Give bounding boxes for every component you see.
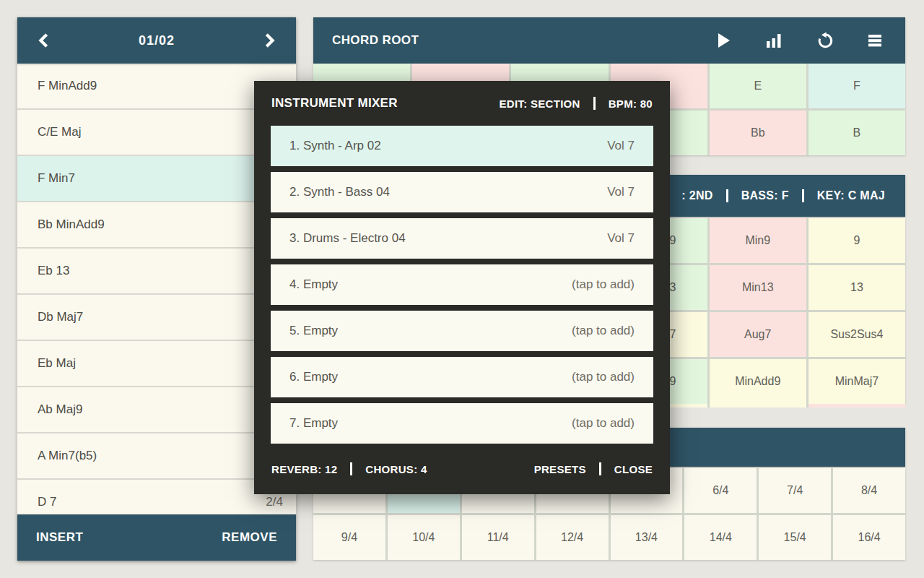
chord-type-cell[interactable]: Sus2Sus4 [808, 312, 905, 357]
chord-root-title: CHORD ROOT [332, 33, 419, 48]
beat-cell[interactable]: 15/4 [759, 515, 831, 560]
inversion-status: : 2ND [681, 189, 712, 202]
track-name-label: 3. Drums - Electro 04 [289, 231, 406, 246]
chord-type-cell[interactable]: MinAdd9 [710, 359, 806, 404]
mixer-track-list: 1. Synth - Arp 02Vol 72. Synth - Bass 04… [254, 126, 670, 444]
mixer-track-row[interactable]: 6. Empty(tap to add) [271, 357, 653, 397]
mixer-track-row[interactable]: 5. Empty(tap to add) [271, 311, 653, 351]
chord-list-actions: INSERT REMOVE [17, 514, 296, 561]
separator [726, 189, 728, 202]
track-name-label: 6. Empty [289, 370, 338, 384]
chord-name-label: A Min7(b5) [38, 449, 97, 463]
separator [350, 462, 352, 475]
chord-type-cell[interactable]: 13 [808, 265, 905, 310]
separator [599, 462, 601, 475]
chord-name-label: C/E Maj [38, 125, 81, 139]
track-value-label: Vol 7 [607, 185, 635, 199]
mixer-track-row[interactable]: 1. Synth - Arp 02Vol 7 [271, 126, 653, 166]
prev-page-button[interactable] [36, 33, 52, 48]
chord-type-cell[interactable]: Min13 [710, 265, 806, 310]
mixer-track-row[interactable]: 7. Empty(tap to add) [271, 403, 653, 444]
app-background: 01/02 F MinAdd9C/E MajF Min7Bb MinAdd9Eb… [0, 0, 924, 578]
beat-cell[interactable]: 10/4 [388, 515, 460, 560]
bpm-button[interactable]: BPM: 80 [609, 98, 653, 110]
track-name-label: 5. Empty [289, 324, 338, 338]
chord-root-cell[interactable]: F [808, 64, 905, 108]
play-icon[interactable] [715, 32, 732, 49]
mixer-action-group: PRESETS CLOSE [534, 462, 653, 475]
chord-name-label: Db Maj7 [38, 310, 83, 324]
mixer-footer: REVERB: 12 CHORUS: 4 PRESETS CLOSE [254, 444, 670, 494]
beat-cell[interactable]: 12/4 [536, 515, 609, 560]
remove-button[interactable]: REMOVE [222, 530, 277, 545]
mixer-track-row[interactable]: 2. Synth - Bass 04Vol 7 [271, 172, 653, 212]
track-name-label: 1. Synth - Arp 02 [289, 139, 381, 153]
presets-button[interactable]: PRESETS [534, 463, 586, 475]
partial-label: 3 [670, 265, 676, 310]
bar-chart-icon[interactable] [765, 32, 783, 49]
undo-icon[interactable] [816, 32, 833, 49]
beat-cell[interactable]: 8/4 [833, 468, 905, 513]
track-value-label: (tap to add) [572, 370, 635, 384]
track-name-label: 7. Empty [289, 416, 338, 431]
beat-cell[interactable]: 6/4 [684, 468, 757, 513]
close-button[interactable]: CLOSE [614, 463, 653, 475]
mixer-title: INSTRUMENT MIXER [271, 96, 398, 111]
chord-name-label: D 7 [38, 495, 56, 509]
track-value-label: (tap to add) [572, 277, 635, 292]
partial-label: 9 [670, 359, 676, 404]
beat-cell[interactable]: 11/4 [462, 515, 534, 560]
separator [802, 189, 804, 202]
chord-list-pager: 01/02 [17, 17, 296, 64]
track-value-label: (tap to add) [572, 416, 635, 431]
chord-type-cell[interactable]: Min9 [710, 218, 806, 263]
beat-cell[interactable]: 16/4 [833, 515, 905, 560]
chord-name-label: F Min7 [38, 171, 75, 186]
chord-type-cell[interactable]: MinMaj7 [808, 359, 905, 404]
separator [593, 97, 596, 110]
chord-root-header: CHORD ROOT [313, 17, 905, 64]
partial-label: 7 [670, 312, 676, 357]
chord-name-label: F MinAdd9 [38, 79, 97, 93]
track-value-label: (tap to add) [572, 324, 635, 338]
chord-name-label: Eb Maj [38, 356, 76, 371]
chord-name-label: Bb MinAdd9 [38, 217, 105, 232]
chorus-button[interactable]: CHORUS: 4 [365, 463, 427, 475]
track-value-label: Vol 7 [607, 231, 635, 246]
transport-icons [715, 32, 905, 49]
mixer-fx-group: REVERB: 12 CHORUS: 4 [271, 462, 427, 475]
next-page-button[interactable] [261, 33, 277, 48]
chord-type-cell-clipped [710, 404, 806, 407]
instrument-mixer-modal: INSTRUMENT MIXER EDIT: SECTION BPM: 80 1… [254, 81, 670, 494]
mixer-header-status: EDIT: SECTION BPM: 80 [499, 97, 653, 110]
menu-icon[interactable] [866, 32, 884, 49]
partial-label: 9 [670, 218, 676, 263]
chord-root-cell[interactable]: B [808, 111, 905, 155]
beat-cell[interactable]: 7/4 [759, 468, 831, 513]
chord-type-cell[interactable]: Aug7 [710, 312, 806, 357]
mixer-track-row[interactable]: 4. Empty(tap to add) [271, 264, 653, 305]
chord-name-label: Ab Maj9 [38, 402, 82, 417]
track-name-label: 2. Synth - Bass 04 [289, 185, 390, 199]
beat-cell[interactable]: 14/4 [684, 515, 757, 560]
chord-type-cell-clipped [808, 404, 905, 407]
chord-root-cell[interactable]: Bb [710, 111, 806, 155]
beat-cell[interactable]: 13/4 [611, 515, 683, 560]
beat-cell[interactable]: 9/4 [313, 515, 385, 560]
track-value-label: Vol 7 [607, 139, 635, 153]
mixer-track-row[interactable]: 3. Drums - Electro 04Vol 7 [271, 218, 653, 259]
chord-duration-label: 2/4 [266, 495, 283, 509]
chord-type-cell[interactable]: 9 [808, 218, 905, 263]
key-status: KEY: C MAJ [817, 189, 885, 202]
chord-root-cell[interactable]: E [710, 64, 806, 108]
chord-name-label: Eb 13 [38, 264, 69, 278]
insert-button[interactable]: INSERT [36, 530, 83, 545]
reverb-button[interactable]: REVERB: 12 [271, 463, 337, 475]
page-indicator: 01/02 [139, 33, 175, 48]
edit-mode-button[interactable]: EDIT: SECTION [499, 98, 580, 110]
bass-status: BASS: F [741, 189, 789, 202]
mixer-header: INSTRUMENT MIXER EDIT: SECTION BPM: 80 [254, 81, 670, 126]
track-name-label: 4. Empty [289, 277, 338, 292]
